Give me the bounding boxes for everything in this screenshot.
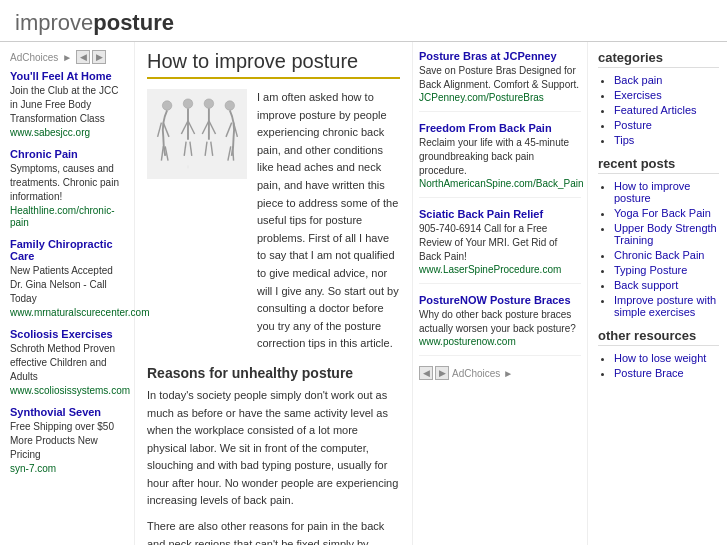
svg-line-6: [181, 120, 188, 133]
svg-line-13: [205, 141, 207, 155]
svg-line-14: [210, 141, 212, 155]
mid-ad-1: Posture Bras at JCPenney Save on Posture…: [419, 50, 581, 112]
mid-ad-3-domain: www.LaserSpineProcedure.com: [419, 264, 561, 275]
site-logo[interactable]: improveposture: [15, 10, 712, 36]
other-resource-1[interactable]: How to lose weight: [614, 352, 706, 364]
category-exercises[interactable]: Exercises: [614, 89, 662, 101]
category-tips[interactable]: Tips: [614, 134, 634, 146]
svg-line-11: [202, 120, 209, 133]
svg-point-15: [225, 100, 235, 110]
section1-text1: In today's society people simply don't w…: [147, 387, 400, 510]
list-item: Upper Body Strength Training: [614, 222, 719, 246]
mid-next-arrow[interactable]: ▶: [435, 366, 449, 380]
recent-post-3[interactable]: Upper Body Strength Training: [614, 222, 717, 246]
recent-post-2[interactable]: Yoga For Back Pain: [614, 207, 711, 219]
mid-ad-choices-icon: ►: [503, 368, 513, 379]
posture-illustration: [147, 89, 247, 179]
list-item: Back support: [614, 279, 719, 291]
list-item: How to lose weight: [614, 352, 719, 364]
category-featured[interactable]: Featured Articles: [614, 104, 697, 116]
page-title: How to improve posture: [147, 50, 400, 79]
left-ad-3-title[interactable]: Family Chiropractic Care: [10, 238, 126, 262]
list-item: Typing Posture: [614, 264, 719, 276]
logo-prefix: improve: [15, 10, 93, 35]
mid-ad-3-body: 905-740-6914 Call for a Free Review of Y…: [419, 222, 581, 264]
left-ad-choices-icon: ►: [62, 52, 72, 63]
intro-paragraph: I am often asked how to improve posture …: [257, 89, 400, 353]
category-back-pain[interactable]: Back pain: [614, 74, 662, 86]
left-ad-5-domain: syn-7.com: [10, 463, 56, 474]
header: improveposture: [0, 0, 727, 42]
left-ad-5: Synthovial Seven Free Shipping over $50 …: [10, 406, 126, 474]
left-ad-choices-label: AdChoices: [10, 52, 58, 63]
recent-post-5[interactable]: Typing Posture: [614, 264, 687, 276]
category-posture[interactable]: Posture: [614, 119, 652, 131]
left-ad-choices: AdChoices ► ◀ ▶: [10, 50, 126, 64]
right-sidebar: categories Back pain Exercises Featured …: [587, 42, 727, 545]
left-ad-2-title[interactable]: Chronic Pain: [10, 148, 126, 160]
recent-posts-list: How to improve posture Yoga For Back Pai…: [598, 180, 719, 318]
svg-point-0: [162, 100, 172, 110]
left-ad-5-title[interactable]: Synthovial Seven: [10, 406, 126, 418]
svg-line-12: [208, 120, 215, 133]
left-ad-2-domain: Healthline.com/chronic-pain: [10, 205, 115, 228]
mid-ad-2-title[interactable]: Freedom From Back Pain: [419, 122, 581, 134]
main-content: How to improve posture: [135, 42, 412, 545]
left-ad-3-body: New Patients Accepted Dr. Gina Nelson - …: [10, 264, 126, 306]
recent-posts-title: recent posts: [598, 156, 719, 174]
list-item: Improve posture with simple exercises: [614, 294, 719, 318]
mid-ad-2: Freedom From Back Pain Reclaim your life…: [419, 122, 581, 198]
svg-line-3: [161, 146, 163, 160]
other-resources-list: How to lose weight Posture Brace: [598, 352, 719, 379]
mid-ad-1-body: Save on Posture Bras Designed for Back A…: [419, 64, 581, 92]
other-resource-2[interactable]: Posture Brace: [614, 367, 684, 379]
left-prev-arrow[interactable]: ◀: [76, 50, 90, 64]
section1-text2: There are also other reasons for pain in…: [147, 518, 400, 545]
svg-line-1: [157, 122, 161, 136]
left-next-arrow[interactable]: ▶: [92, 50, 106, 64]
posture-svg: [150, 92, 245, 177]
mid-prev-arrow[interactable]: ◀: [419, 366, 433, 380]
left-ad-5-body: Free Shipping over $50 More Products New…: [10, 420, 126, 462]
left-ad-3: Family Chiropractic Care New Patients Ac…: [10, 238, 126, 318]
left-ad-2: Chronic Pain Symptoms, causes and treatm…: [10, 148, 126, 228]
list-item: Tips: [614, 134, 719, 146]
list-item: Back pain: [614, 74, 719, 86]
mid-ad-2-body: Reclaim your life with a 45-minute groun…: [419, 136, 581, 178]
svg-point-5: [183, 98, 193, 108]
mid-ad-2-domain: NorthAmericanSpine.com/Back_Pain: [419, 178, 584, 189]
svg-line-7: [188, 120, 195, 133]
left-ad-4-title[interactable]: Scoliosis Exercises: [10, 328, 126, 340]
intro-text-content: I am often asked how to improve posture …: [257, 89, 400, 353]
categories-title: categories: [598, 50, 719, 68]
mid-ad-choices-label: AdChoices: [452, 368, 500, 379]
list-item: Featured Articles: [614, 104, 719, 116]
svg-line-8: [184, 141, 186, 155]
mid-ad-4-title[interactable]: PostureNOW Posture Braces: [419, 294, 581, 306]
list-item: Posture: [614, 119, 719, 131]
list-item: Yoga For Back Pain: [614, 207, 719, 219]
svg-line-17: [226, 122, 232, 136]
other-resources-title: other resources: [598, 328, 719, 346]
logo-bold: posture: [93, 10, 174, 35]
mid-ad-3-title[interactable]: Sciatic Back Pain Relief: [419, 208, 581, 220]
recent-post-4[interactable]: Chronic Back Pain: [614, 249, 705, 261]
section1-title: Reasons for unhealthy posture: [147, 365, 400, 381]
list-item: How to improve posture: [614, 180, 719, 204]
left-ad-1-domain: www.sabesjcc.org: [10, 127, 90, 138]
left-ad-3-domain: www.mrnaturalscurecenter.com: [10, 307, 150, 318]
mid-ad-footer: ◀ ▶ AdChoices ►: [419, 366, 581, 380]
list-item: Exercises: [614, 89, 719, 101]
left-ad-2-body: Symptoms, causes and treatments. Chronic…: [10, 162, 126, 204]
mid-ad-1-domain: JCPenney.com/PostureBras: [419, 92, 544, 103]
left-ad-4-domain: www.scoliosissystems.com: [10, 385, 130, 396]
mid-ad-3: Sciatic Back Pain Relief 905-740-6914 Ca…: [419, 208, 581, 284]
left-ad-1-title[interactable]: You'll Feel At Home: [10, 70, 126, 82]
left-nav-arrows: ◀ ▶: [76, 50, 106, 64]
recent-post-1[interactable]: How to improve posture: [614, 180, 690, 204]
categories-list: Back pain Exercises Featured Articles Po…: [598, 74, 719, 146]
recent-post-7[interactable]: Improve posture with simple exercises: [614, 294, 716, 318]
mid-ad-1-title[interactable]: Posture Bras at JCPenney: [419, 50, 581, 62]
svg-point-10: [204, 98, 214, 108]
recent-post-6[interactable]: Back support: [614, 279, 678, 291]
